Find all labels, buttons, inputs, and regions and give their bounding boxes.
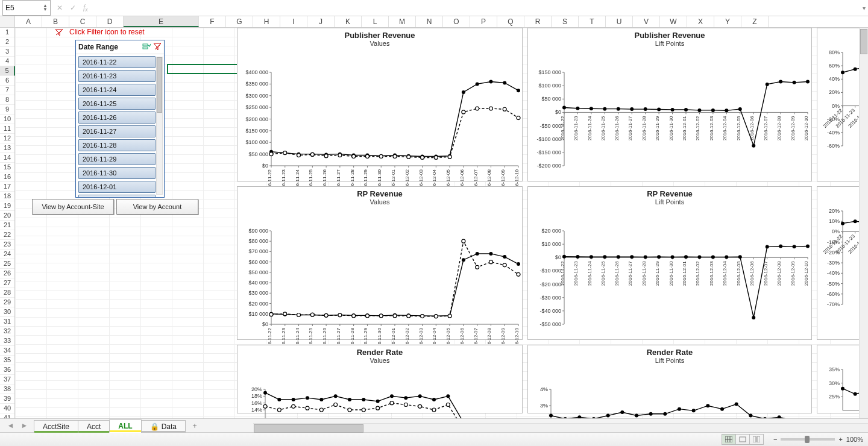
sheet-tab-acctsite[interactable]: AcctSite	[34, 420, 78, 433]
slicer-item[interactable]: 2016-11-30	[78, 167, 156, 179]
col-header-B[interactable]: B	[42, 16, 69, 27]
col-header-O[interactable]: O	[443, 16, 470, 27]
chart-pub_rev_values[interactable]: Publisher RevenueValues$0$50 000$100 000…	[237, 28, 523, 181]
row-header[interactable]: 41	[0, 413, 14, 418]
row-header[interactable]: 2	[0, 37, 14, 47]
slicer-item[interactable]: 2016-12-01	[78, 181, 156, 193]
vertical-scroll-thumb[interactable]	[860, 29, 867, 54]
row-header[interactable]: 15	[0, 163, 14, 172]
col-header-F[interactable]: F	[199, 16, 226, 27]
sheet-tab-data[interactable]: 🔒Data	[141, 420, 186, 433]
select-all-corner[interactable]	[0, 16, 15, 27]
zoom-out-button[interactable]: −	[773, 436, 777, 443]
col-header-U[interactable]: U	[606, 16, 633, 27]
chart-render_values[interactable]: Render RateValues14%16%18%20%	[237, 345, 523, 413]
col-header-Y[interactable]: Y	[714, 16, 741, 27]
row-header[interactable]: 38	[0, 385, 14, 394]
grid[interactable]: Click Filter icon to reset Date Range	[15, 28, 868, 418]
chart-render_lift[interactable]: Render RateLift Points2%3%4%	[527, 345, 812, 413]
slicer-item[interactable]: 2016-11-22	[78, 56, 156, 68]
col-header-L[interactable]: L	[362, 16, 389, 27]
confirm-icon[interactable]: ✓	[66, 4, 80, 12]
row-header[interactable]: 9	[0, 105, 14, 115]
col-header-N[interactable]: N	[416, 16, 443, 27]
fx-icon[interactable]: fx	[80, 3, 92, 13]
row-header[interactable]: 4	[0, 57, 14, 66]
col-header-W[interactable]: W	[660, 16, 687, 27]
col-header-E[interactable]: E	[124, 16, 199, 27]
col-header-R[interactable]: R	[524, 16, 552, 27]
row-header[interactable]: 6	[0, 76, 14, 86]
sheet-tab-acct[interactable]: Acct	[78, 420, 110, 433]
tab-nav-next-icon[interactable]: ►	[21, 421, 28, 430]
formula-input[interactable]	[92, 1, 860, 14]
zoom-slider-thumb[interactable]	[805, 436, 810, 443]
vertical-scrollbar[interactable]	[859, 28, 868, 418]
sheet-tab-all[interactable]: ALL	[109, 419, 141, 433]
row-header[interactable]: 17	[0, 182, 14, 192]
slicer-scroll-thumb[interactable]	[157, 57, 162, 113]
row-header[interactable]: 35	[0, 356, 14, 365]
col-header-G[interactable]: G	[226, 16, 253, 27]
row-header[interactable]: 1	[0, 28, 14, 37]
row-header[interactable]: 11	[0, 124, 14, 134]
chart-rp_rev_lift[interactable]: RP RevenueLift Points-$50 000-$40 000-$3…	[527, 186, 812, 340]
row-header[interactable]: 29	[0, 298, 14, 307]
row-header[interactable]: 25	[0, 259, 14, 269]
tab-nav-prev-icon[interactable]: ◄	[7, 421, 14, 430]
col-header-X[interactable]: X	[687, 16, 714, 27]
col-header-H[interactable]: H	[253, 16, 280, 27]
slicer-item[interactable]: 2016-11-27	[78, 125, 156, 137]
col-header-K[interactable]: K	[335, 16, 362, 27]
row-header[interactable]: 13	[0, 143, 14, 153]
clear-filter-slicer-icon[interactable]	[153, 43, 162, 51]
row-header[interactable]: 22	[0, 230, 14, 240]
page-break-view-icon[interactable]	[750, 435, 763, 444]
zoom-slider[interactable]	[781, 438, 835, 441]
row-header[interactable]: 24	[0, 250, 14, 259]
slicer-item[interactable]: 2016-11-23	[78, 70, 156, 82]
col-header-I[interactable]: I	[280, 16, 307, 27]
normal-view-icon[interactable]	[722, 435, 736, 444]
row-header[interactable]: 7	[0, 86, 14, 95]
col-header-D[interactable]: D	[96, 16, 124, 27]
multi-select-icon[interactable]	[142, 43, 151, 51]
worksheet[interactable]: 1234567891011121314151617181920212223242…	[0, 28, 868, 418]
row-header[interactable]: 5	[0, 66, 15, 76]
row-header[interactable]: 31	[0, 317, 14, 327]
row-header[interactable]: 18	[0, 192, 14, 201]
name-box-stepper-icon[interactable]: ▲▼	[43, 4, 48, 11]
col-header-V[interactable]: V	[633, 16, 660, 27]
row-header[interactable]: 19	[0, 201, 14, 211]
row-header[interactable]: 33	[0, 336, 14, 346]
row-header[interactable]: 39	[0, 394, 14, 404]
row-header[interactable]: 8	[0, 95, 14, 105]
col-header-A[interactable]: A	[15, 16, 42, 27]
row-header[interactable]: 21	[0, 221, 14, 230]
row-header[interactable]: 34	[0, 346, 14, 356]
slicer-item[interactable]: 2016-11-24	[78, 84, 156, 96]
row-header[interactable]: 30	[0, 307, 14, 317]
row-header[interactable]: 36	[0, 365, 14, 375]
row-header[interactable]: 10	[0, 115, 14, 124]
cancel-icon[interactable]: ✕	[53, 4, 66, 12]
row-header[interactable]: 26	[0, 269, 14, 278]
row-header[interactable]: 23	[0, 240, 14, 250]
clear-filter-icon[interactable]	[55, 29, 63, 36]
slicer-item[interactable]: 2016-11-26	[78, 111, 156, 124]
row-header[interactable]: 20	[0, 211, 14, 221]
formula-expand-icon[interactable]: ▾	[860, 5, 868, 11]
horizontal-scroll-thumb[interactable]	[254, 424, 363, 433]
slicer-item[interactable]: 2016-11-25	[78, 98, 156, 110]
row-header[interactable]: 14	[0, 153, 14, 163]
col-header-M[interactable]: M	[389, 16, 416, 27]
col-header-P[interactable]: P	[470, 16, 497, 27]
row-header[interactable]: 27	[0, 278, 14, 288]
slicer-item[interactable]: 2016-11-29	[78, 153, 156, 165]
row-header[interactable]: 28	[0, 288, 14, 298]
view-by-account-site-button[interactable]: View by Account-Site	[32, 199, 114, 215]
slicer-item[interactable]: 2016-11-28	[78, 139, 156, 151]
name-box[interactable]: E5 ▲▼	[2, 0, 51, 16]
chart-pub_rev_lift[interactable]: Publisher RevenueLift Points-$200 000-$1…	[527, 28, 812, 181]
row-header[interactable]: 37	[0, 375, 14, 385]
